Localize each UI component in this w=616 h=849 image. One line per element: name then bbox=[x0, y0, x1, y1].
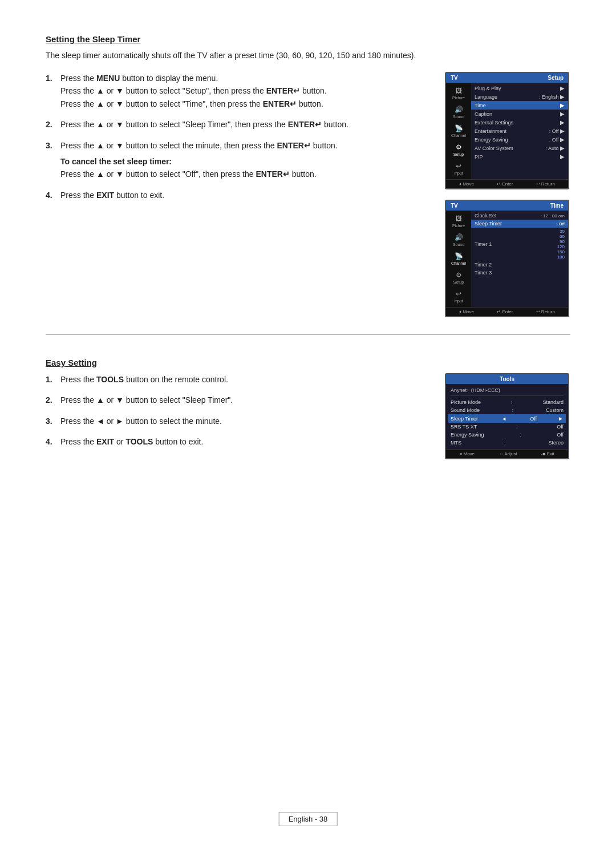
sidebar-input: ↩ Input bbox=[446, 159, 471, 178]
menu-pip: PIP ▶ bbox=[471, 152, 568, 161]
input-icon: ↩ bbox=[456, 162, 461, 170]
language-value: : English ▶ bbox=[539, 94, 565, 100]
time-arrow: ▶ bbox=[560, 102, 565, 108]
tools-footer-exit: -■ Exit bbox=[541, 451, 554, 456]
sound-icon: 🔊 bbox=[455, 106, 463, 114]
timer2-label: Timer 2 bbox=[475, 262, 492, 268]
step-2: 2. Press the ▲ or ▼ button to select "Sl… bbox=[46, 118, 422, 131]
plug-play-arrow: ▶ bbox=[560, 85, 565, 91]
sidebar-channel: 📡 Channel bbox=[446, 122, 471, 140]
setup-body: 🖼 Picture 🔊 Sound 📡 Channel bbox=[446, 83, 568, 179]
tools-mts: MTS : Stereo bbox=[451, 439, 564, 447]
instructions: 1. Press the MENU button to display the … bbox=[46, 72, 422, 317]
step-3-content: Press the ▲ or ▼ button to select the mi… bbox=[60, 139, 422, 181]
timer-values: 30 60 90 120 150 180 bbox=[557, 229, 565, 260]
easy-step-1-content: Press the TOOLS button on the remote con… bbox=[60, 373, 422, 386]
time-sidebar-picture: 🖼 Picture bbox=[446, 212, 471, 231]
easy-step-2-num: 2. bbox=[46, 394, 56, 406]
sidebar-channel-label: Channel bbox=[451, 134, 466, 138]
easy-step-3-num: 3. bbox=[46, 415, 56, 427]
time-sidebar-channel: 📡 Channel bbox=[446, 249, 471, 268]
picture-mode-colon: : bbox=[511, 399, 513, 405]
time-footer-enter: ↵ Enter bbox=[497, 309, 513, 314]
channel-icon: 📡 bbox=[455, 124, 463, 132]
time-sound-icon: 🔊 bbox=[455, 233, 463, 241]
language-label: Language bbox=[475, 94, 497, 100]
setup-footer: ♦ Move ↵ Enter ↩ Return bbox=[446, 179, 568, 188]
mts-colon: : bbox=[504, 440, 506, 446]
time-screen-title: Time bbox=[550, 203, 564, 209]
sidebar-setup: ⚙ Setup bbox=[446, 140, 471, 159]
menu-plug-play: Plug & Play ▶ bbox=[471, 84, 568, 92]
intro-text: The sleep timer automatically shuts off … bbox=[46, 50, 570, 62]
av-color-label: AV Color System bbox=[475, 145, 513, 151]
tools-sleep-timer-right-arrow: ► bbox=[558, 415, 564, 422]
setup-title-bar: TV Setup bbox=[446, 73, 568, 83]
tools-sound-mode: Sound Mode : Custom bbox=[451, 406, 564, 414]
menu-language: Language : English ▶ bbox=[471, 92, 568, 101]
time-timer3: Timer 3 bbox=[471, 269, 568, 277]
footer-enter: ↵ Enter bbox=[497, 181, 513, 187]
step-2-num: 2. bbox=[46, 118, 56, 131]
step-1: 1. Press the MENU button to display the … bbox=[46, 72, 422, 110]
cancel-title: To cancel the set sleep timer: bbox=[60, 155, 422, 168]
easy-setting-title: Easy Setting bbox=[46, 358, 570, 367]
menu-external: External Settings ▶ bbox=[471, 118, 568, 127]
tools-sleep-timer-left-arrow: ◄ bbox=[501, 416, 506, 422]
easy-instructions: 1. Press the TOOLS button on the remote … bbox=[46, 373, 422, 459]
main-content: 1. Press the MENU button to display the … bbox=[46, 72, 570, 317]
tools-sleep-timer-value: Off bbox=[530, 416, 537, 422]
section-divider bbox=[46, 334, 570, 335]
energy-label: Energy Saving bbox=[475, 137, 508, 143]
menu-time: Time ▶ bbox=[471, 101, 568, 110]
easy-setting-section: Easy Setting 1. Press the TOOLS button o… bbox=[46, 358, 570, 459]
plug-play-label: Plug & Play bbox=[475, 86, 501, 91]
time-sidebar-sound: 🔊 Sound bbox=[446, 231, 471, 249]
sleep-timer-label: Sleep Timer bbox=[475, 221, 502, 227]
step-4-content: Press the EXIT button to exit. bbox=[60, 189, 422, 201]
mts-value: Stereo bbox=[548, 440, 564, 446]
time-screen: TV Time 🖼 Picture 🔊 Sound bbox=[445, 200, 569, 317]
tools-footer-move: ♦ Move bbox=[460, 451, 475, 456]
av-color-value: : Auto ▶ bbox=[545, 145, 565, 151]
step-1-line-2: Press the ▲ or ▼ button to select "Setup… bbox=[60, 84, 422, 97]
tools-energy-saving: Energy Saving : Off bbox=[451, 431, 564, 439]
sound-mode-value: Custom bbox=[546, 407, 564, 413]
easy-step-2-content: Press the ▲ or ▼ button to select "Sleep… bbox=[60, 394, 422, 406]
srs-value: Off bbox=[557, 424, 564, 430]
easy-main: 1. Press the TOOLS button on the remote … bbox=[46, 373, 570, 459]
easy-step-3-content: Press the ◄ or ► button to select the mi… bbox=[60, 415, 422, 427]
step-3-num: 3. bbox=[46, 139, 56, 181]
setup-sidebar: 🖼 Picture 🔊 Sound 📡 Channel bbox=[446, 83, 471, 179]
sleep-timer-section: Setting the Sleep Timer The sleep timer … bbox=[46, 34, 570, 317]
time-timer1: Timer 1 30 60 90 120 150 180 bbox=[471, 228, 568, 261]
sound-mode-label: Sound Mode bbox=[451, 407, 480, 413]
time-timer2: Timer 2 bbox=[471, 261, 568, 269]
tools-footer-adjust: ↔ Adjust bbox=[499, 451, 517, 456]
picture-icon: 🖼 bbox=[455, 87, 462, 95]
step-1-line-3: Press the ▲ or ▼ button to select "Time"… bbox=[60, 98, 422, 110]
sidebar-picture: 🖼 Picture bbox=[446, 84, 471, 103]
sleep-timer-value: : Off bbox=[556, 221, 565, 227]
time-input-icon: ↩ bbox=[456, 290, 461, 298]
energy-saving-label: Energy Saving bbox=[451, 432, 484, 438]
time-title-bar: TV Time bbox=[446, 201, 568, 211]
step-1-content: Press the MENU button to display the men… bbox=[60, 72, 422, 110]
picture-mode-value: Standard bbox=[542, 399, 564, 405]
cancel-block: To cancel the set sleep timer: Press the… bbox=[60, 155, 422, 181]
setup-icon: ⚙ bbox=[456, 143, 462, 151]
tools-screen: Tools Anynet+ (HDMI-CEC) Picture Mode : … bbox=[445, 373, 569, 459]
cancel-text: Press the ▲ or ▼ button to select "Off",… bbox=[60, 168, 422, 180]
external-arrow: ▶ bbox=[560, 119, 565, 126]
setup-menu: Plug & Play ▶ Language : English ▶ Time … bbox=[471, 83, 568, 179]
sidebar-sound: 🔊 Sound bbox=[446, 103, 471, 122]
srs-label: SRS TS XT bbox=[451, 424, 477, 430]
time-footer-move: ♦ Move bbox=[459, 309, 474, 314]
timer-val-120: 120 bbox=[557, 244, 565, 249]
tools-sleep-timer: Sleep Timer ◄ Off ► bbox=[448, 414, 566, 423]
energy-saving-colon: : bbox=[520, 432, 521, 438]
timer-val-90: 90 bbox=[557, 239, 565, 244]
timer-val-30: 30 bbox=[557, 229, 565, 234]
setup-tv-label: TV bbox=[451, 75, 458, 81]
time-label: Time bbox=[475, 103, 486, 108]
